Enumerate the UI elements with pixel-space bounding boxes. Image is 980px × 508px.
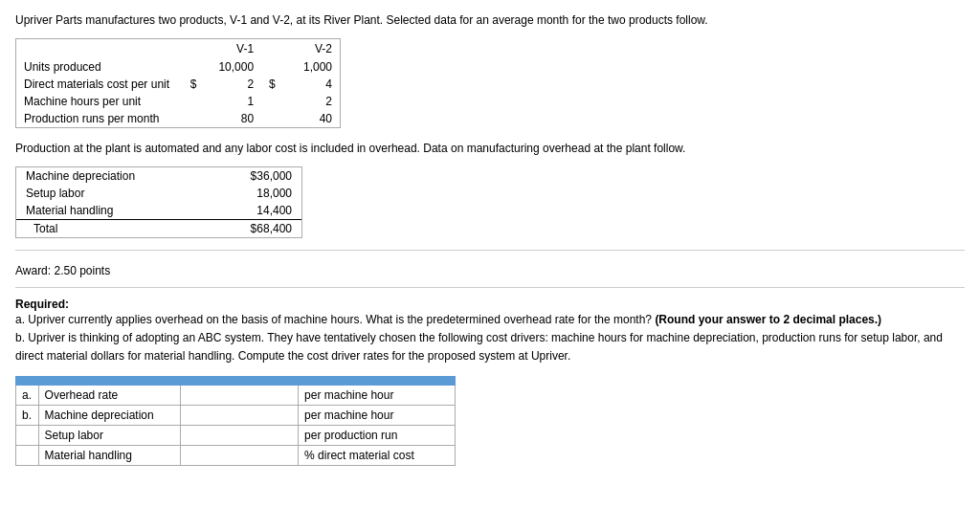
intro-text: Upriver Parts manufactures two products,… xyxy=(15,11,965,29)
req-part-a: a. Upriver currently applies overhead on… xyxy=(15,311,965,329)
ans-header-col1 xyxy=(16,376,39,385)
ans-header-col2 xyxy=(38,376,181,385)
required-section: Required: a. Upriver currently applies o… xyxy=(15,298,965,366)
answer-row-b1: b. Machine depreciation per machine hour xyxy=(16,405,456,425)
award-text: Award: 2.50 points xyxy=(15,264,110,277)
materials-cost-label: Direct materials cost per unit xyxy=(16,76,183,93)
machine-hours-label: Machine hours per unit xyxy=(16,93,183,110)
unit-label-b3: % direct material cost xyxy=(299,445,456,465)
row-label-b2 xyxy=(16,425,39,445)
answer-table-wrapper: a. Overhead rate per machine hour b. Mac… xyxy=(15,376,965,466)
item-label-matl-handling: Material handling xyxy=(38,445,181,465)
section-divider xyxy=(15,250,965,251)
materials-v2-dollar: $ xyxy=(261,76,283,93)
mach-v1-dollar xyxy=(183,93,205,110)
input-cell-a[interactable] xyxy=(181,385,299,405)
material-handling-label: Material handling xyxy=(16,202,210,220)
table-row: Machine hours per unit 1 2 xyxy=(16,93,340,110)
answer-table: a. Overhead rate per machine hour b. Mac… xyxy=(15,376,456,466)
mach-v2-val: 2 xyxy=(283,93,340,110)
production-runs-label: Production runs per month xyxy=(16,110,183,127)
ans-header-col3 xyxy=(181,376,299,385)
table-row: Direct materials cost per unit $ 2 $ 4 xyxy=(16,76,340,93)
units-v1-val: 10,000 xyxy=(205,58,262,76)
item-label-mach-depr: Machine depreciation xyxy=(38,405,181,425)
setup-labor-rate-input[interactable] xyxy=(181,426,298,445)
units-produced-label: Units produced xyxy=(16,58,183,76)
total-val: $68,400 xyxy=(210,220,301,238)
materials-v1-dollar: $ xyxy=(183,76,205,93)
req-b-text: b. Upriver is thinking of adopting an AB… xyxy=(15,331,943,363)
setup-labor-label: Setup labor xyxy=(16,185,210,202)
table-row: Production runs per month 80 40 xyxy=(16,110,340,127)
machine-depr-label: Machine depreciation xyxy=(16,167,210,185)
req-a-bold: (Round your answer to 2 decimal places.) xyxy=(655,313,881,326)
answer-row-a: a. Overhead rate per machine hour xyxy=(16,385,456,405)
v2-header: V-2 xyxy=(283,39,340,58)
req-part-b: b. Upriver is thinking of adopting an AB… xyxy=(15,329,965,365)
unit-label-b1: per machine hour xyxy=(299,405,456,425)
material-handling-val: 14,400 xyxy=(210,202,301,220)
mach-v2-dollar xyxy=(261,93,283,110)
input-cell-b1[interactable] xyxy=(181,405,299,425)
required-label: Required: xyxy=(15,298,965,311)
unit-label-a: per machine hour xyxy=(299,385,456,405)
setup-labor-val: 18,000 xyxy=(210,185,301,202)
table-row: Material handling 14,400 xyxy=(16,202,301,220)
answer-row-b2: Setup labor per production run xyxy=(16,425,456,445)
materials-v1-val: 2 xyxy=(205,76,262,93)
runs-v1-dollar xyxy=(183,110,205,127)
row-label-b3 xyxy=(16,445,39,465)
section-divider-2 xyxy=(15,287,965,288)
machine-depr-val: $36,000 xyxy=(210,167,301,185)
table-row: Units produced 10,000 1,000 xyxy=(16,58,340,76)
runs-v1-val: 80 xyxy=(205,110,262,127)
row-label-b: b. xyxy=(16,405,39,425)
materials-v2-val: 4 xyxy=(283,76,340,93)
req-a-text: a. Upriver currently applies overhead on… xyxy=(15,313,652,326)
runs-v2-val: 40 xyxy=(283,110,340,127)
table-row: Machine depreciation $36,000 xyxy=(16,167,301,185)
table-row: Setup labor 18,000 xyxy=(16,185,301,202)
input-cell-b2[interactable] xyxy=(181,425,299,445)
item-label-setup: Setup labor xyxy=(38,425,181,445)
row-label-a: a. xyxy=(16,385,39,405)
award-section: Award: 2.50 points xyxy=(15,264,965,277)
matl-handling-rate-input[interactable] xyxy=(181,446,298,465)
overhead-rate-input[interactable] xyxy=(181,386,298,405)
input-cell-b3[interactable] xyxy=(181,445,299,465)
item-label-overhead: Overhead rate xyxy=(38,385,181,405)
overhead-table: Machine depreciation $36,000 Setup labor… xyxy=(15,166,302,238)
runs-v2-dollar xyxy=(261,110,283,127)
mach-depr-rate-input[interactable] xyxy=(181,406,298,425)
mach-v1-val: 1 xyxy=(205,93,262,110)
units-v1-dollar xyxy=(183,58,205,76)
ans-header-col4 xyxy=(299,376,456,385)
total-row: Total $68,400 xyxy=(16,220,301,238)
units-v2-val: 1,000 xyxy=(283,58,340,76)
total-label: Total xyxy=(16,220,210,238)
production-text: Production at the plant is automated and… xyxy=(15,140,965,157)
v1-header: V-1 xyxy=(205,39,262,58)
units-v2-dollar xyxy=(261,58,283,76)
unit-label-b2: per production run xyxy=(299,425,456,445)
answer-row-b3: Material handling % direct material cost xyxy=(16,445,456,465)
product-data-table: V-1 V-2 Units produced 10,000 1,000 Dire… xyxy=(15,38,341,128)
